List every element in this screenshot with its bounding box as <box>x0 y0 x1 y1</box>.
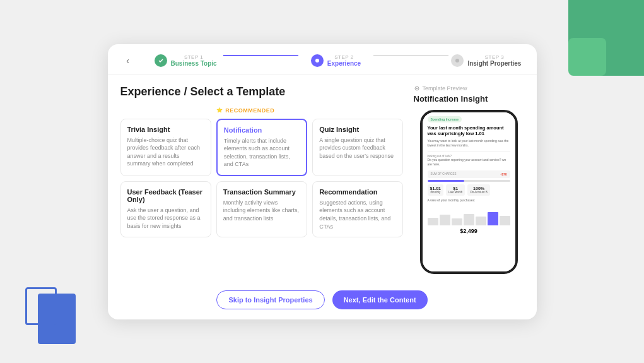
phone-progress-fill <box>428 180 465 182</box>
template-trivia-title: Trivia Insight <box>127 126 204 133</box>
template-feedback-title: User Feedback (Teaser Only) <box>127 188 204 203</box>
eye-icon <box>414 85 420 92</box>
bg-decoration-green-corner <box>568 38 606 76</box>
phone-bar-6 <box>488 212 498 225</box>
back-button[interactable]: ‹ <box>120 53 136 68</box>
phone-charges-label: SUM OF CHARGES <box>431 172 457 176</box>
left-panel: Experience / Select a Template RECOMMEND… <box>120 85 404 274</box>
template-notification-title: Notification <box>224 126 300 134</box>
step-1-name: Business Topic <box>171 60 217 67</box>
preview-label: Template Preview <box>414 85 524 92</box>
step-2-circle <box>311 54 324 67</box>
phone-charges-val: -$76 <box>500 172 506 176</box>
step-1-circle <box>155 54 167 67</box>
step-3: STEP 3 Insight Properties <box>448 54 524 67</box>
main-card: ‹ STEP 1 Business Topic STEP 2 <box>108 44 537 319</box>
svg-point-0 <box>315 59 319 62</box>
phone-big-title: Your last month spending amount was surp… <box>428 125 510 136</box>
phone-chart <box>428 206 510 225</box>
step-connector-2 <box>373 55 448 56</box>
template-quiz-desc: A single question quiz that provides cus… <box>319 136 396 160</box>
template-recommendation-title: Recommendation <box>319 188 396 196</box>
svg-point-3 <box>416 87 417 88</box>
template-transaction[interactable]: Transaction Summary Monthly activity vie… <box>216 181 307 237</box>
template-feedback[interactable]: User Feedback (Teaser Only) Ask the user… <box>120 181 211 237</box>
phone-bar-5 <box>476 217 486 225</box>
phone-total-value: $2,499 <box>428 228 510 234</box>
card-body: Experience / Select a Template RECOMMEND… <box>108 75 537 284</box>
step-connector-1 <box>223 55 298 56</box>
template-notification[interactable]: Notification Timely alerts that include … <box>216 119 307 176</box>
step-3-name: Insight Properties <box>467 60 521 67</box>
phone-stat-3: 100% On Account B <box>467 184 490 196</box>
page-title: Experience / Select a Template <box>120 85 404 98</box>
preview-title: Notification Insight <box>414 94 524 104</box>
step-1: STEP 1 Business Topic <box>148 54 223 67</box>
svg-point-1 <box>455 59 459 62</box>
phone-bar-1 <box>428 218 438 225</box>
phone-screen: Spending Increase Your last month spendi… <box>423 112 515 271</box>
recommended-label: RECOMMENDED <box>216 107 307 114</box>
template-recommendation[interactable]: Recommendation Suggested actions, using … <box>312 181 403 237</box>
phone-bar-4 <box>464 214 474 225</box>
phone-stat-2: $1 Last Month <box>446 184 465 196</box>
phone-bar-3 <box>452 218 462 225</box>
step-2: STEP 2 Experience <box>298 54 373 67</box>
template-notification-desc: Timely alerts that include elements such… <box>224 137 300 169</box>
phone-stats: $1.01 monthly $1 Last Month 100% On Acco… <box>428 184 510 196</box>
bg-decoration-blue-outline <box>25 287 57 325</box>
phone-stat-1: $1.01 monthly <box>428 184 444 196</box>
template-transaction-desc: Monthly activity views including element… <box>223 199 300 223</box>
phone-divider-1 <box>428 152 510 152</box>
template-trivia-desc: Multiple-choice quiz that provides feedb… <box>127 136 204 168</box>
skip-button[interactable]: Skip to Insight Properties <box>216 290 324 309</box>
step-3-circle <box>451 54 464 67</box>
step-2-num: STEP 2 <box>327 54 361 60</box>
phone-bar-2 <box>440 215 450 225</box>
template-transaction-title: Transaction Summary <box>223 188 300 196</box>
phone-content: Spending Increase Your last month spendi… <box>423 112 515 238</box>
phone-charges-row: SUM OF CHARGES -$76 <box>428 170 510 178</box>
template-feedback-desc: Ask the user a question, and use the sto… <box>127 206 204 230</box>
step-3-num: STEP 3 <box>467 54 521 60</box>
templates-grid: Trivia Insight Multiple-choice quiz that… <box>120 119 404 238</box>
template-quiz-title: Quiz Insight <box>319 126 396 133</box>
right-panel: Template Preview Notification Insight Sp… <box>414 85 524 274</box>
step-2-name: Experience <box>327 60 361 67</box>
template-recommendation-desc: Suggested actions, using elements such a… <box>319 199 396 230</box>
spending-tag: Spending Increase <box>428 116 462 122</box>
phone-small-text: You may want to look at your last month … <box>428 139 510 148</box>
next-button[interactable]: Next, Edit the Content <box>332 290 428 309</box>
card-footer: Skip to Insight Properties Next, Edit th… <box>108 284 537 319</box>
phone-total-label: A view of your monthly purchases: <box>428 198 510 203</box>
template-quiz[interactable]: Quiz Insight A single question quiz that… <box>312 119 403 176</box>
step-1-num: STEP 1 <box>171 54 217 60</box>
template-trivia[interactable]: Trivia Insight Multiple-choice quiz that… <box>120 119 211 176</box>
steps-bar: ‹ STEP 1 Business Topic STEP 2 <box>108 44 537 75</box>
phone-progress <box>428 180 510 182</box>
phone-bar-7 <box>500 216 510 225</box>
phone-question: Do you question reporting your account a… <box>428 158 510 167</box>
phone-mockup: Spending Increase Your last month spendi… <box>420 110 518 274</box>
